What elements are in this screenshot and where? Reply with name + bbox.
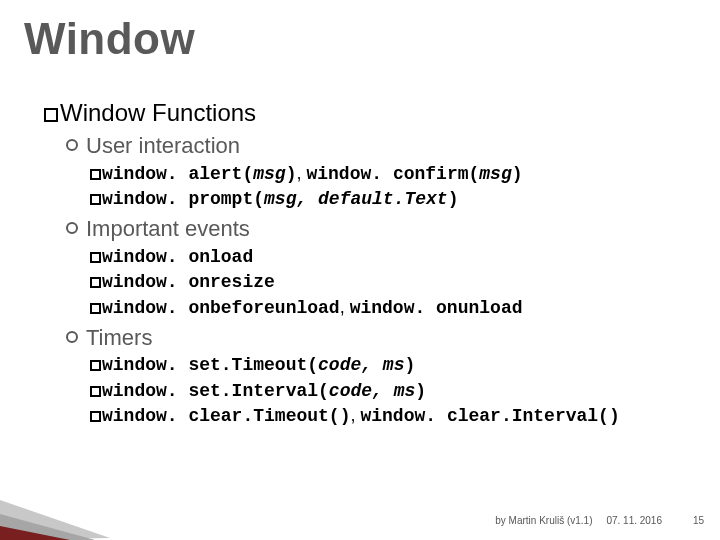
footer-author: by Martin Kruliš (v1.1) [495,515,592,526]
slide-title: Window [24,14,195,64]
square-bullet-icon [44,108,58,122]
slide: Window Window Functions User interaction… [0,0,720,540]
subheading-label: User interaction [86,133,240,158]
circle-bullet-icon [66,139,78,151]
svg-marker-0 [0,500,110,540]
svg-marker-2 [0,526,70,540]
bullet-item: window. onresize [90,270,690,294]
square-bullet-icon [90,303,101,314]
bullet-item: window. onload [90,245,690,269]
bullet-item: window. clear.Timeout(), window. clear.I… [90,404,690,428]
bullet-item: window. onbeforeunload, window. onunload [90,296,690,320]
bullet-item: window. prompt(msg, default.Text) [90,187,690,211]
square-bullet-icon [90,277,101,288]
square-bullet-icon [90,169,101,180]
square-bullet-icon [90,386,101,397]
section-heading: Window Functions [44,98,690,128]
subheading-important-events: Important events [66,215,690,243]
circle-bullet-icon [66,331,78,343]
footer: by Martin Kruliš (v1.1) 07. 11. 2016 [495,515,662,526]
square-bullet-icon [90,411,101,422]
subheading-user-interaction: User interaction [66,132,690,160]
bullet-item: window. set.Timeout(code, ms) [90,353,690,377]
subheading-label: Important events [86,216,250,241]
subheading-timers: Timers [66,324,690,352]
section-heading-prefix: Window [60,99,145,126]
subheading-label: Timers [86,325,152,350]
square-bullet-icon [90,252,101,263]
footer-date: 07. 11. 2016 [606,515,662,526]
svg-marker-1 [0,514,95,540]
corner-accent [0,460,150,540]
bullet-item: window. set.Interval(code, ms) [90,379,690,403]
circle-bullet-icon [66,222,78,234]
section-heading-rest: Functions [145,99,256,126]
slide-content: Window Functions User interaction window… [44,98,690,430]
bullet-item: window. alert(msg), window. confirm(msg) [90,162,690,186]
page-number: 15 [693,515,704,526]
square-bullet-icon [90,194,101,205]
square-bullet-icon [90,360,101,371]
